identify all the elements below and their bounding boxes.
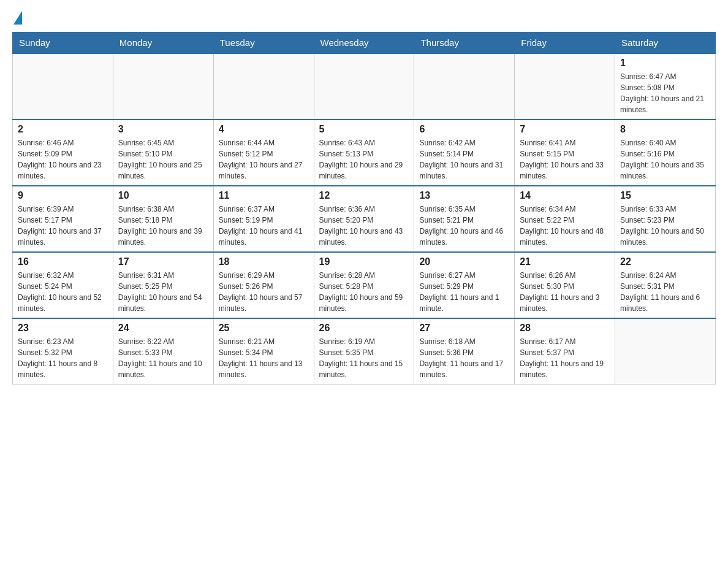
page-header bbox=[12, 12, 716, 26]
day-number: 11 bbox=[219, 190, 309, 201]
calendar-cell: 3Sunrise: 6:45 AM Sunset: 5:10 PM Daylig… bbox=[113, 120, 213, 186]
day-info: Sunrise: 6:47 AM Sunset: 5:08 PM Dayligh… bbox=[620, 71, 710, 115]
day-number: 23 bbox=[18, 323, 108, 334]
day-info: Sunrise: 6:39 AM Sunset: 5:17 PM Dayligh… bbox=[18, 204, 108, 248]
day-number: 22 bbox=[620, 256, 710, 267]
day-number: 16 bbox=[18, 256, 108, 267]
day-number: 13 bbox=[419, 190, 509, 201]
day-info: Sunrise: 6:35 AM Sunset: 5:21 PM Dayligh… bbox=[419, 204, 509, 248]
day-number: 18 bbox=[219, 256, 309, 267]
calendar-cell: 14Sunrise: 6:34 AM Sunset: 5:22 PM Dayli… bbox=[515, 186, 615, 252]
day-info: Sunrise: 6:42 AM Sunset: 5:14 PM Dayligh… bbox=[419, 137, 509, 182]
calendar-cell: 17Sunrise: 6:31 AM Sunset: 5:25 PM Dayli… bbox=[113, 252, 213, 318]
logo bbox=[12, 12, 22, 26]
day-info: Sunrise: 6:43 AM Sunset: 5:13 PM Dayligh… bbox=[319, 137, 409, 182]
calendar-cell: 28Sunrise: 6:17 AM Sunset: 5:37 PM Dayli… bbox=[515, 318, 615, 385]
header-friday: Friday bbox=[515, 33, 615, 54]
day-number: 6 bbox=[419, 124, 509, 135]
week-row-1: 1Sunrise: 6:47 AM Sunset: 5:08 PM Daylig… bbox=[13, 53, 716, 120]
day-info: Sunrise: 6:31 AM Sunset: 5:25 PM Dayligh… bbox=[118, 270, 208, 314]
calendar-cell: 19Sunrise: 6:28 AM Sunset: 5:28 PM Dayli… bbox=[314, 252, 414, 318]
calendar-cell bbox=[314, 53, 414, 120]
header-monday: Monday bbox=[113, 33, 213, 54]
calendar-cell: 7Sunrise: 6:41 AM Sunset: 5:15 PM Daylig… bbox=[515, 120, 615, 186]
day-info: Sunrise: 6:37 AM Sunset: 5:19 PM Dayligh… bbox=[219, 204, 309, 248]
calendar-cell: 23Sunrise: 6:23 AM Sunset: 5:32 PM Dayli… bbox=[13, 318, 113, 385]
calendar-cell bbox=[414, 53, 515, 120]
calendar-cell: 27Sunrise: 6:18 AM Sunset: 5:36 PM Dayli… bbox=[414, 318, 515, 385]
header-sunday: Sunday bbox=[13, 33, 113, 54]
calendar-cell bbox=[213, 53, 314, 120]
day-number: 12 bbox=[319, 190, 409, 201]
day-number: 1 bbox=[620, 58, 710, 69]
day-info: Sunrise: 6:23 AM Sunset: 5:32 PM Dayligh… bbox=[18, 336, 108, 380]
header-wednesday: Wednesday bbox=[314, 33, 414, 54]
calendar-cell: 12Sunrise: 6:36 AM Sunset: 5:20 PM Dayli… bbox=[314, 186, 414, 252]
day-number: 10 bbox=[118, 190, 208, 201]
day-number: 21 bbox=[520, 256, 610, 267]
day-info: Sunrise: 6:18 AM Sunset: 5:36 PM Dayligh… bbox=[419, 336, 509, 380]
day-number: 4 bbox=[219, 124, 309, 135]
calendar-cell: 16Sunrise: 6:32 AM Sunset: 5:24 PM Dayli… bbox=[13, 252, 113, 318]
calendar-cell bbox=[515, 53, 615, 120]
day-number: 20 bbox=[419, 256, 509, 267]
day-info: Sunrise: 6:45 AM Sunset: 5:10 PM Dayligh… bbox=[118, 137, 208, 182]
day-info: Sunrise: 6:29 AM Sunset: 5:26 PM Dayligh… bbox=[219, 270, 309, 314]
week-row-2: 2Sunrise: 6:46 AM Sunset: 5:09 PM Daylig… bbox=[13, 120, 716, 186]
day-info: Sunrise: 6:32 AM Sunset: 5:24 PM Dayligh… bbox=[18, 270, 108, 314]
calendar-cell: 11Sunrise: 6:37 AM Sunset: 5:19 PM Dayli… bbox=[213, 186, 314, 252]
day-info: Sunrise: 6:41 AM Sunset: 5:15 PM Dayligh… bbox=[520, 137, 610, 182]
day-info: Sunrise: 6:33 AM Sunset: 5:23 PM Dayligh… bbox=[620, 204, 710, 248]
calendar-cell bbox=[13, 53, 113, 120]
calendar-cell: 4Sunrise: 6:44 AM Sunset: 5:12 PM Daylig… bbox=[213, 120, 314, 186]
calendar-cell: 21Sunrise: 6:26 AM Sunset: 5:30 PM Dayli… bbox=[515, 252, 615, 318]
day-info: Sunrise: 6:24 AM Sunset: 5:31 PM Dayligh… bbox=[620, 270, 710, 314]
header-saturday: Saturday bbox=[615, 33, 716, 54]
day-number: 24 bbox=[118, 323, 208, 334]
calendar-cell: 25Sunrise: 6:21 AM Sunset: 5:34 PM Dayli… bbox=[213, 318, 314, 385]
day-number: 8 bbox=[620, 124, 710, 135]
day-info: Sunrise: 6:36 AM Sunset: 5:20 PM Dayligh… bbox=[319, 204, 409, 248]
calendar-cell: 26Sunrise: 6:19 AM Sunset: 5:35 PM Dayli… bbox=[314, 318, 414, 385]
day-info: Sunrise: 6:44 AM Sunset: 5:12 PM Dayligh… bbox=[219, 137, 309, 182]
day-info: Sunrise: 6:17 AM Sunset: 5:37 PM Dayligh… bbox=[520, 336, 610, 380]
day-number: 19 bbox=[319, 256, 409, 267]
week-row-5: 23Sunrise: 6:23 AM Sunset: 5:32 PM Dayli… bbox=[13, 318, 716, 385]
calendar-cell: 18Sunrise: 6:29 AM Sunset: 5:26 PM Dayli… bbox=[213, 252, 314, 318]
day-info: Sunrise: 6:46 AM Sunset: 5:09 PM Dayligh… bbox=[18, 137, 108, 182]
calendar-cell bbox=[113, 53, 213, 120]
day-number: 9 bbox=[18, 190, 108, 201]
calendar-cell: 9Sunrise: 6:39 AM Sunset: 5:17 PM Daylig… bbox=[13, 186, 113, 252]
day-info: Sunrise: 6:21 AM Sunset: 5:34 PM Dayligh… bbox=[219, 336, 309, 380]
calendar-cell: 13Sunrise: 6:35 AM Sunset: 5:21 PM Dayli… bbox=[414, 186, 515, 252]
calendar-cell: 6Sunrise: 6:42 AM Sunset: 5:14 PM Daylig… bbox=[414, 120, 515, 186]
calendar-cell: 8Sunrise: 6:40 AM Sunset: 5:16 PM Daylig… bbox=[615, 120, 716, 186]
day-number: 28 bbox=[520, 323, 610, 334]
calendar-cell: 2Sunrise: 6:46 AM Sunset: 5:09 PM Daylig… bbox=[13, 120, 113, 186]
day-number: 27 bbox=[419, 323, 509, 334]
day-info: Sunrise: 6:27 AM Sunset: 5:29 PM Dayligh… bbox=[419, 270, 509, 314]
week-row-3: 9Sunrise: 6:39 AM Sunset: 5:17 PM Daylig… bbox=[13, 186, 716, 252]
calendar-cell: 1Sunrise: 6:47 AM Sunset: 5:08 PM Daylig… bbox=[615, 53, 716, 120]
day-info: Sunrise: 6:19 AM Sunset: 5:35 PM Dayligh… bbox=[319, 336, 409, 380]
calendar-cell: 10Sunrise: 6:38 AM Sunset: 5:18 PM Dayli… bbox=[113, 186, 213, 252]
calendar-cell: 24Sunrise: 6:22 AM Sunset: 5:33 PM Dayli… bbox=[113, 318, 213, 385]
day-number: 3 bbox=[118, 124, 208, 135]
header-thursday: Thursday bbox=[414, 33, 515, 54]
day-info: Sunrise: 6:26 AM Sunset: 5:30 PM Dayligh… bbox=[520, 270, 610, 314]
logo-triangle-icon bbox=[13, 11, 22, 25]
day-number: 25 bbox=[219, 323, 309, 334]
calendar-cell: 20Sunrise: 6:27 AM Sunset: 5:29 PM Dayli… bbox=[414, 252, 515, 318]
day-number: 17 bbox=[118, 256, 208, 267]
calendar-cell: 5Sunrise: 6:43 AM Sunset: 5:13 PM Daylig… bbox=[314, 120, 414, 186]
calendar-table: SundayMondayTuesdayWednesdayThursdayFrid… bbox=[12, 32, 716, 385]
calendar-cell: 22Sunrise: 6:24 AM Sunset: 5:31 PM Dayli… bbox=[615, 252, 716, 318]
day-info: Sunrise: 6:40 AM Sunset: 5:16 PM Dayligh… bbox=[620, 137, 710, 182]
day-info: Sunrise: 6:38 AM Sunset: 5:18 PM Dayligh… bbox=[118, 204, 208, 248]
day-number: 15 bbox=[620, 190, 710, 201]
week-row-4: 16Sunrise: 6:32 AM Sunset: 5:24 PM Dayli… bbox=[13, 252, 716, 318]
calendar-cell: 15Sunrise: 6:33 AM Sunset: 5:23 PM Dayli… bbox=[615, 186, 716, 252]
day-number: 14 bbox=[520, 190, 610, 201]
day-number: 26 bbox=[319, 323, 409, 334]
day-number: 5 bbox=[319, 124, 409, 135]
